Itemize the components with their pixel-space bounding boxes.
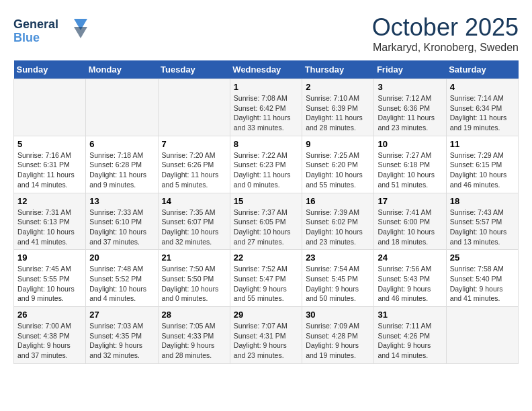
day-info: Sunrise: 7:54 AM Sunset: 5:45 PM Dayligh… — [306, 264, 370, 304]
calendar-cell: 16Sunrise: 7:39 AM Sunset: 6:02 PM Dayli… — [302, 193, 374, 250]
calendar-cell — [446, 307, 518, 364]
svg-marker-3 — [74, 27, 87, 38]
day-header-thursday: Thursday — [302, 60, 374, 79]
day-info: Sunrise: 7:16 AM Sunset: 6:31 PM Dayligh… — [17, 150, 82, 190]
day-number: 15 — [234, 196, 298, 206]
calendar-cell: 24Sunrise: 7:56 AM Sunset: 5:43 PM Dayli… — [374, 250, 446, 307]
day-number: 8 — [234, 139, 298, 149]
calendar-cell — [86, 79, 158, 136]
day-info: Sunrise: 7:11 AM Sunset: 4:26 PM Dayligh… — [378, 321, 442, 361]
day-number: 6 — [89, 139, 154, 149]
calendar-cell: 25Sunrise: 7:58 AM Sunset: 5:40 PM Dayli… — [446, 250, 518, 307]
calendar-cell: 28Sunrise: 7:05 AM Sunset: 4:33 PM Dayli… — [158, 307, 230, 364]
calendar-cell: 8Sunrise: 7:22 AM Sunset: 6:23 PM Daylig… — [230, 136, 302, 193]
day-number: 11 — [450, 139, 515, 149]
day-number: 29 — [234, 310, 298, 320]
day-number: 18 — [450, 196, 515, 206]
day-number: 30 — [306, 310, 370, 320]
day-info: Sunrise: 7:07 AM Sunset: 4:31 PM Dayligh… — [234, 321, 298, 361]
calendar-table: SundayMondayTuesdayWednesdayThursdayFrid… — [13, 60, 519, 364]
day-info: Sunrise: 7:12 AM Sunset: 6:36 PM Dayligh… — [378, 93, 442, 133]
calendar-cell: 17Sunrise: 7:41 AM Sunset: 6:00 PM Dayli… — [374, 193, 446, 250]
day-info: Sunrise: 7:29 AM Sunset: 6:15 PM Dayligh… — [450, 150, 515, 190]
day-info: Sunrise: 7:22 AM Sunset: 6:23 PM Dayligh… — [234, 150, 298, 190]
day-number: 9 — [306, 139, 370, 149]
day-info: Sunrise: 7:37 AM Sunset: 6:05 PM Dayligh… — [234, 208, 298, 247]
calendar-cell: 13Sunrise: 7:33 AM Sunset: 6:10 PM Dayli… — [86, 193, 158, 250]
day-number: 21 — [162, 253, 226, 263]
day-number: 14 — [162, 196, 226, 206]
calendar-cell: 6Sunrise: 7:18 AM Sunset: 6:28 PM Daylig… — [86, 136, 158, 193]
calendar-week-5: 26Sunrise: 7:00 AM Sunset: 4:38 PM Dayli… — [14, 307, 519, 364]
day-number: 12 — [17, 196, 82, 206]
calendar-cell: 29Sunrise: 7:07 AM Sunset: 4:31 PM Dayli… — [230, 307, 302, 364]
day-info: Sunrise: 7:18 AM Sunset: 6:28 PM Dayligh… — [89, 150, 154, 190]
day-number: 31 — [378, 310, 442, 320]
calendar-week-1: 1Sunrise: 7:08 AM Sunset: 6:42 PM Daylig… — [14, 79, 519, 136]
calendar-cell: 9Sunrise: 7:25 AM Sunset: 6:20 PM Daylig… — [302, 136, 374, 193]
calendar-cell: 7Sunrise: 7:20 AM Sunset: 6:26 PM Daylig… — [158, 136, 230, 193]
day-number: 1 — [234, 82, 298, 92]
day-number: 22 — [234, 253, 298, 263]
day-number: 20 — [89, 253, 154, 263]
day-number: 13 — [89, 196, 154, 206]
day-info: Sunrise: 7:20 AM Sunset: 6:26 PM Dayligh… — [162, 150, 226, 190]
calendar-week-4: 19Sunrise: 7:45 AM Sunset: 5:55 PM Dayli… — [14, 250, 519, 307]
svg-text:General: General — [13, 17, 58, 31]
day-number: 5 — [17, 139, 82, 149]
day-number: 7 — [162, 139, 226, 149]
calendar-cell: 15Sunrise: 7:37 AM Sunset: 6:05 PM Dayli… — [230, 193, 302, 250]
day-info: Sunrise: 7:25 AM Sunset: 6:20 PM Dayligh… — [306, 150, 370, 190]
calendar-cell: 10Sunrise: 7:27 AM Sunset: 6:18 PM Dayli… — [374, 136, 446, 193]
day-header-friday: Friday — [374, 60, 446, 79]
svg-text:Blue: Blue — [13, 31, 40, 44]
day-header-saturday: Saturday — [446, 60, 518, 79]
day-info: Sunrise: 7:43 AM Sunset: 5:57 PM Dayligh… — [450, 208, 515, 247]
calendar-header-row: SundayMondayTuesdayWednesdayThursdayFrid… — [14, 60, 519, 79]
day-info: Sunrise: 7:39 AM Sunset: 6:02 PM Dayligh… — [306, 208, 370, 247]
day-header-sunday: Sunday — [14, 60, 86, 79]
day-info: Sunrise: 7:41 AM Sunset: 6:00 PM Dayligh… — [378, 208, 442, 247]
day-info: Sunrise: 7:14 AM Sunset: 6:34 PM Dayligh… — [450, 93, 515, 133]
day-info: Sunrise: 7:08 AM Sunset: 6:42 PM Dayligh… — [234, 93, 298, 133]
calendar-cell: 30Sunrise: 7:09 AM Sunset: 4:28 PM Dayli… — [302, 307, 374, 364]
day-number: 27 — [89, 310, 154, 320]
calendar-cell: 1Sunrise: 7:08 AM Sunset: 6:42 PM Daylig… — [230, 79, 302, 136]
day-info: Sunrise: 7:05 AM Sunset: 4:33 PM Dayligh… — [162, 321, 226, 361]
day-info: Sunrise: 7:50 AM Sunset: 5:50 PM Dayligh… — [162, 264, 226, 304]
day-info: Sunrise: 7:33 AM Sunset: 6:10 PM Dayligh… — [89, 208, 154, 247]
header: General Blue October 2025 Markaryd, Kron… — [13, 13, 519, 54]
calendar-cell: 27Sunrise: 7:03 AM Sunset: 4:35 PM Dayli… — [86, 307, 158, 364]
calendar-cell: 21Sunrise: 7:50 AM Sunset: 5:50 PM Dayli… — [158, 250, 230, 307]
day-number: 25 — [450, 253, 515, 263]
day-number: 3 — [378, 82, 442, 92]
day-info: Sunrise: 7:27 AM Sunset: 6:18 PM Dayligh… — [378, 150, 442, 190]
calendar-cell: 3Sunrise: 7:12 AM Sunset: 6:36 PM Daylig… — [374, 79, 446, 136]
day-info: Sunrise: 7:35 AM Sunset: 6:07 PM Dayligh… — [162, 208, 226, 247]
day-header-monday: Monday — [86, 60, 158, 79]
day-info: Sunrise: 7:31 AM Sunset: 6:13 PM Dayligh… — [17, 208, 82, 247]
day-number: 17 — [378, 196, 442, 206]
day-info: Sunrise: 7:03 AM Sunset: 4:35 PM Dayligh… — [89, 321, 154, 361]
calendar-cell: 23Sunrise: 7:54 AM Sunset: 5:45 PM Dayli… — [302, 250, 374, 307]
day-number: 28 — [162, 310, 226, 320]
calendar-cell: 14Sunrise: 7:35 AM Sunset: 6:07 PM Dayli… — [158, 193, 230, 250]
day-number: 4 — [450, 82, 515, 92]
calendar-cell: 12Sunrise: 7:31 AM Sunset: 6:13 PM Dayli… — [14, 193, 86, 250]
day-number: 16 — [306, 196, 370, 206]
calendar-cell: 4Sunrise: 7:14 AM Sunset: 6:34 PM Daylig… — [446, 79, 518, 136]
day-header-tuesday: Tuesday — [158, 60, 230, 79]
calendar-week-3: 12Sunrise: 7:31 AM Sunset: 6:13 PM Dayli… — [14, 193, 519, 250]
day-number: 10 — [378, 139, 442, 149]
calendar-cell: 11Sunrise: 7:29 AM Sunset: 6:15 PM Dayli… — [446, 136, 518, 193]
day-info: Sunrise: 7:52 AM Sunset: 5:47 PM Dayligh… — [234, 264, 298, 304]
calendar-cell: 19Sunrise: 7:45 AM Sunset: 5:55 PM Dayli… — [14, 250, 86, 307]
logo: General Blue — [13, 13, 87, 50]
day-info: Sunrise: 7:45 AM Sunset: 5:55 PM Dayligh… — [17, 264, 82, 304]
calendar-cell: 18Sunrise: 7:43 AM Sunset: 5:57 PM Dayli… — [446, 193, 518, 250]
title-area: October 2025 Markaryd, Kronoberg, Sweden — [372, 13, 519, 54]
day-number: 19 — [17, 253, 82, 263]
day-number: 23 — [306, 253, 370, 263]
calendar-cell: 2Sunrise: 7:10 AM Sunset: 6:39 PM Daylig… — [302, 79, 374, 136]
calendar-cell — [158, 79, 230, 136]
